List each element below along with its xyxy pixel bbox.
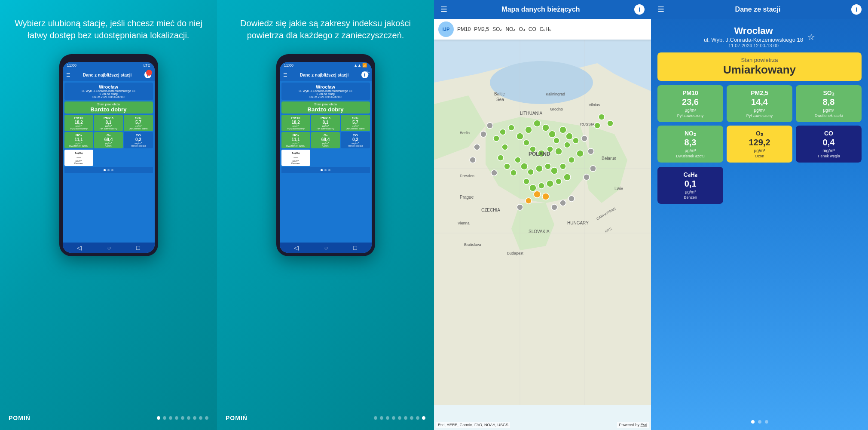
poll-so2-2: SO₂ 5,7 μg/m³ Dwutlenek siarki: [341, 115, 370, 131]
filter-pm10[interactable]: PM10: [457, 26, 471, 32]
svg-point-11: [549, 131, 556, 138]
svg-point-31: [529, 184, 536, 191]
phone-screen-2: 11:00 ▲▲ 📶 ☰ Dane z najbliższej stacji i…: [280, 62, 372, 253]
apps-icon-1[interactable]: □: [136, 244, 140, 251]
map-attribution-left: Esri, HERE, Garmin, FAO, NOAA, USGS: [436, 422, 510, 428]
filter-no2[interactable]: NO₂: [505, 26, 515, 32]
filter-co[interactable]: CO: [529, 26, 536, 32]
panel-2-bottom: POMIŃ: [217, 415, 434, 421]
filter-so2[interactable]: SO₂: [492, 26, 502, 32]
filter-badge-ijp[interactable]: IJP: [438, 22, 454, 37]
poll-card-pm25[interactable]: PM2,5 14,4 μg/m³ Pył zawieszony: [727, 85, 792, 122]
home-icon-1[interactable]: ○: [107, 244, 111, 251]
status-value-1: Bardzo dobry: [66, 106, 151, 113]
nav-dot-2-1: [321, 169, 323, 171]
star-indicator-2: ☆: [364, 69, 370, 77]
svg-text:Sea: Sea: [496, 97, 504, 102]
svg-point-32: [538, 183, 544, 189]
esri-link[interactable]: Esri: [641, 423, 648, 427]
filter-pm25[interactable]: PM2,5: [474, 26, 489, 32]
page-dot-1-7: [193, 416, 196, 420]
station-address-4: ul. Wyb. J.Conrada-Korzeniowskiego 18: [704, 37, 803, 43]
panel-1-bottom: POMIŃ: [0, 415, 217, 421]
air-status-label: Stan powietrza: [662, 57, 857, 63]
poll-no2-1: NO₂ 11,1 μg/m³ Dwutlenek azotu: [64, 132, 93, 148]
svg-point-29: [577, 150, 584, 157]
poll-pm10-1: PM10 18,2 μg/m³ Pył zawieszony: [64, 115, 93, 131]
station-city: Wrocław: [704, 25, 803, 37]
poll-pm10-2: PM10 18,2 μg/m³ Pył zawieszony: [281, 115, 310, 131]
svg-text:Grodno: Grodno: [550, 107, 563, 111]
svg-point-25: [545, 163, 551, 169]
bottom-dot-4-3: [765, 420, 768, 424]
station-distance-1: 1 km od stacji: [66, 92, 151, 95]
page-dot-1-9: [205, 416, 208, 420]
status-value-2: Bardzo dobry: [283, 106, 368, 113]
poll-card-o3[interactable]: O₃ 129,2 μg/m³ Ozon: [727, 126, 792, 163]
poll-desc-pm10: Pył zawieszony: [662, 114, 719, 118]
poll-card-co[interactable]: CO 0,4 mg/m³ Tlenek węgla: [796, 126, 862, 163]
svg-text:Lwiv: Lwiv: [614, 186, 623, 191]
svg-text:POLAND: POLAND: [529, 151, 550, 157]
svg-text:CZECHIA: CZECHIA: [481, 208, 500, 212]
poll-value-o3: 129,2: [731, 138, 788, 147]
poll-unit-benzen: μg/m³: [662, 190, 719, 194]
poll-card-so2[interactable]: SO₂ 8,8 μg/m³ Dwutlenek siarki: [796, 85, 862, 122]
apps-icon-2[interactable]: □: [353, 244, 357, 251]
svg-point-33: [547, 180, 553, 187]
map-area[interactable]: LITHUANIA Baltic Sea POLAND CZECHIA SLOV…: [434, 40, 651, 430]
page-dot-1-1: [157, 416, 160, 420]
home-icon-2[interactable]: ○: [324, 244, 328, 251]
svg-point-30: [523, 178, 529, 184]
panel-3-map: ☰ Mapa danych bieżących i IJP PM10 PM2,5…: [434, 0, 651, 430]
filter-c6h6[interactable]: C₆H₆: [540, 26, 551, 32]
phone-header-2: ☰ Dane z najbliższej stacji i: [280, 69, 372, 81]
poll-card-pm10[interactable]: PM10 23,6 μg/m³ Pył zawieszony: [657, 85, 723, 122]
page-dot-2-7: [410, 416, 413, 420]
skip-button-2[interactable]: POMIŃ: [226, 415, 248, 421]
back-icon-1[interactable]: ◁: [77, 244, 82, 251]
svg-point-13: [559, 126, 566, 133]
page-dot-2-2: [380, 416, 383, 420]
station-title-area: Wrocław ul. Wyb. J.Conrada-Korzeniowskie…: [657, 25, 862, 48]
filter-o3[interactable]: O₃: [519, 26, 525, 32]
phone-menu-2[interactable]: ☰: [283, 72, 287, 78]
svg-text:Budapest: Budapest: [507, 251, 524, 255]
nav-dot-2: [107, 169, 110, 171]
station-info-icon[interactable]: i: [851, 4, 862, 15]
map-info-icon[interactable]: i: [634, 4, 645, 15]
poll-card-benzen[interactable]: C₆H₆ 0,1 μg/m³ Benzen: [657, 167, 723, 204]
phone-content-1: Wrocław ul. Wyb. J.Conrada-Korzeniowskie…: [63, 81, 155, 243]
svg-text:Bratislava: Bratislava: [464, 243, 481, 247]
skip-button-1[interactable]: POMIŃ: [9, 415, 31, 421]
poll-value-pm25: 14,4: [731, 97, 788, 107]
nav-dot-3: [111, 169, 113, 171]
svg-text:LITHUANIA: LITHUANIA: [520, 111, 543, 116]
phone-nav-dots-2: [281, 167, 370, 173]
map-header: ☰ Mapa danych bieżących i: [434, 0, 651, 19]
svg-point-19: [564, 142, 570, 148]
phone-bottom-nav-1: ◁ ○ □: [63, 243, 155, 253]
hamburger-icon-4[interactable]: ☰: [657, 5, 664, 14]
page-dot-1-8: [199, 416, 202, 420]
station-datetime: 11.07.2024 12:00-13:00: [704, 43, 803, 48]
phone-menu-1[interactable]: ☰: [66, 72, 70, 78]
hamburger-icon[interactable]: ☰: [440, 5, 447, 14]
station-info-2: Wrocław ul. Wyb. J.Conrada-Korzeniowskie…: [281, 83, 370, 100]
poll-card-no2[interactable]: NO₂ 8,3 μg/m³ Dwutlenek azotu: [657, 126, 723, 163]
svg-point-42: [508, 125, 514, 131]
svg-point-50: [588, 148, 594, 154]
svg-point-37: [504, 163, 510, 169]
phone-signal-1: LTE: [144, 63, 150, 68]
page-dot-1-4: [175, 416, 178, 420]
poll-unit-o3: μg/m³: [731, 148, 788, 153]
page-dot-1-5: [181, 416, 184, 420]
svg-point-48: [491, 170, 497, 176]
page-dot-2-4: [392, 416, 395, 420]
svg-point-21: [515, 157, 521, 163]
poll-co-2: CO 0,2 mg/m³ Tlenek węgla: [341, 132, 370, 148]
back-icon-2[interactable]: ◁: [294, 244, 299, 251]
svg-point-38: [498, 155, 504, 161]
svg-point-7: [534, 120, 541, 127]
favorite-star-button[interactable]: ☆: [807, 32, 815, 42]
